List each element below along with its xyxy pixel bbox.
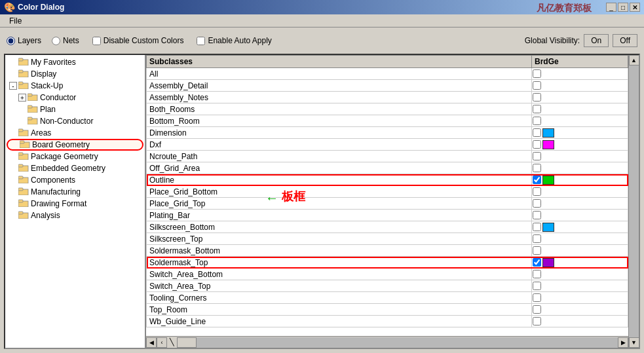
table-row[interactable]: Off_Grid_Area <box>147 162 628 174</box>
row-checkbox[interactable] <box>533 164 541 172</box>
row-checkbox[interactable] <box>533 152 541 160</box>
row-checkbox[interactable] <box>533 81 541 90</box>
tree-item-package-geometry[interactable]: Package Geometry <box>7 151 143 162</box>
subclass-color-cell[interactable] <box>532 269 628 280</box>
tree-item-non-conductor[interactable]: Non-Conductor <box>7 115 143 127</box>
subclass-color-cell[interactable] <box>532 245 628 257</box>
table-row[interactable]: Outline <box>147 174 628 186</box>
tree-item-my-favorites[interactable]: My Favorites <box>7 56 143 68</box>
color-swatch[interactable] <box>542 223 554 232</box>
table-row[interactable]: Switch_Area_Bottom <box>147 269 628 280</box>
table-row[interactable]: Top_Room <box>147 304 628 316</box>
row-checkbox[interactable] <box>533 234 541 243</box>
file-menu[interactable]: File <box>4 15 27 27</box>
subclass-color-cell[interactable] <box>532 103 628 115</box>
row-checkbox[interactable] <box>533 258 541 267</box>
table-row[interactable]: Both_Rooms <box>147 103 628 115</box>
subclass-color-cell[interactable] <box>532 127 628 139</box>
table-row[interactable]: Place_Grid_Top <box>147 198 628 210</box>
table-row[interactable]: Dimension <box>147 127 628 139</box>
color-swatch[interactable] <box>542 176 554 185</box>
expander-stack-up[interactable]: - <box>9 82 17 90</box>
row-checkbox[interactable] <box>533 293 541 302</box>
tree-item-board-geometry[interactable]: Board Geometry <box>7 139 143 151</box>
color-swatch[interactable] <box>542 258 554 267</box>
tree-item-embedded-geometry[interactable]: Embedded Geometry <box>7 162 143 174</box>
visibility-on-button[interactable]: On <box>584 34 609 47</box>
table-row[interactable]: Bottom_Room <box>147 115 628 127</box>
subclass-color-cell[interactable] <box>532 115 628 127</box>
row-checkbox[interactable] <box>533 117 541 125</box>
enable-auto-apply-checkbox[interactable]: Enable Auto Apply <box>197 36 271 45</box>
subclass-color-cell[interactable] <box>532 292 628 304</box>
row-checkbox[interactable] <box>533 282 541 290</box>
layers-radio[interactable]: Layers <box>7 36 41 45</box>
subclass-color-cell[interactable] <box>532 80 628 92</box>
row-checkbox[interactable] <box>533 128 541 137</box>
table-row[interactable]: Soldermask_Top <box>147 257 628 269</box>
scroll-tab-1[interactable]: ╲ <box>167 338 177 346</box>
row-checkbox[interactable] <box>533 305 541 314</box>
subclass-color-cell[interactable] <box>532 280 628 292</box>
table-row[interactable]: Switch_Area_Top <box>147 280 628 292</box>
table-row[interactable]: Dxf <box>147 139 628 151</box>
tree-item-areas[interactable]: Areas <box>7 127 143 139</box>
subclass-color-cell[interactable] <box>532 186 628 198</box>
row-checkbox[interactable] <box>533 105 541 113</box>
scroll-prev-button[interactable]: ‹ <box>157 337 167 348</box>
tree-item-display[interactable]: Display <box>7 68 143 80</box>
disable-custom-colors-checkbox[interactable]: Disable Custom Colors <box>92 36 184 45</box>
row-checkbox[interactable] <box>533 246 541 255</box>
subclass-color-cell[interactable] <box>532 162 628 174</box>
subclass-color-cell[interactable] <box>532 257 628 269</box>
maximize-button[interactable]: □ <box>618 3 628 12</box>
subclass-color-cell[interactable] <box>532 174 628 186</box>
tree-item-conductor[interactable]: + Conductor <box>7 92 143 103</box>
table-row[interactable]: Place_Grid_Bottom <box>147 186 628 198</box>
subclass-color-cell[interactable] <box>532 304 628 316</box>
subclass-color-cell[interactable] <box>532 210 628 221</box>
subclass-color-cell[interactable] <box>532 92 628 103</box>
scroll-track[interactable] <box>177 337 618 348</box>
row-checkbox[interactable] <box>533 187 541 196</box>
scrollbar-track[interactable] <box>629 65 639 337</box>
minimize-button[interactable]: _ <box>606 3 616 12</box>
tree-item-stack-up[interactable]: - Stack-Up <box>7 80 143 92</box>
table-row[interactable]: Assembly_Notes <box>147 92 628 103</box>
expander-conductor[interactable]: + <box>18 94 26 102</box>
scrollbar-up-button[interactable]: ▲ <box>629 55 639 65</box>
tree-item-analysis[interactable]: Analysis <box>7 210 143 221</box>
close-button[interactable]: ✕ <box>630 3 640 12</box>
tree-item-components[interactable]: Components <box>7 174 143 186</box>
subclass-color-cell[interactable] <box>532 68 628 80</box>
table-row[interactable]: Assembly_Detail <box>147 80 628 92</box>
tree-item-plan[interactable]: Plan <box>7 103 143 115</box>
visibility-off-button[interactable]: Off <box>613 34 637 47</box>
row-checkbox[interactable] <box>533 140 541 149</box>
subclass-color-cell[interactable] <box>532 151 628 162</box>
tree-item-drawing-format[interactable]: Drawing Format <box>7 198 143 210</box>
row-checkbox[interactable] <box>533 223 541 231</box>
subclass-color-cell[interactable] <box>532 233 628 245</box>
table-row[interactable]: Silkscreen_Bottom <box>147 221 628 233</box>
scroll-right-button[interactable]: ▶ <box>618 337 628 348</box>
scrollbar-down-button[interactable]: ▼ <box>629 337 639 348</box>
table-row[interactable]: Ncroute_Path <box>147 151 628 162</box>
table-row[interactable]: Soldermask_Bottom <box>147 245 628 257</box>
subclass-color-cell[interactable] <box>532 139 628 151</box>
tree-item-manufacturing[interactable]: Manufacturing <box>7 186 143 198</box>
row-checkbox[interactable] <box>533 211 541 219</box>
row-checkbox[interactable] <box>533 317 541 325</box>
row-checkbox[interactable] <box>533 270 541 278</box>
table-row[interactable]: Silkscreen_Top <box>147 233 628 245</box>
table-row[interactable]: All <box>147 68 628 80</box>
subclass-color-cell[interactable] <box>532 198 628 210</box>
nets-radio[interactable]: Nets <box>52 36 79 45</box>
scroll-left-button[interactable]: ◀ <box>146 337 157 348</box>
row-checkbox[interactable] <box>533 93 541 102</box>
row-checkbox[interactable] <box>533 176 541 184</box>
subclass-color-cell[interactable] <box>532 221 628 233</box>
color-swatch[interactable] <box>542 128 554 138</box>
color-swatch[interactable] <box>542 140 554 149</box>
row-checkbox[interactable] <box>533 199 541 208</box>
